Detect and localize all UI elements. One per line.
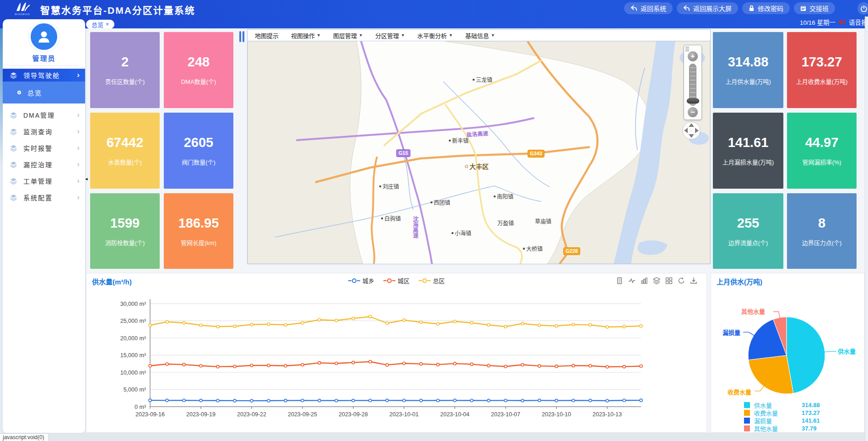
supply-line-chart[interactable]: 0 m³5,000 m³10,000 m³15,000 m³20,000 m³2… <box>86 273 707 433</box>
tab-overview[interactable]: 总览 × <box>86 20 114 29</box>
svg-text:2023-10-01: 2023-10-01 <box>389 411 419 418</box>
sidebar-item-cockpit[interactable]: 领导驾驶舱 › <box>3 69 85 82</box>
map-menu-view[interactable]: 视图操作▼ <box>291 31 321 40</box>
stat-label: 上月收费水量(万吨) <box>796 77 848 86</box>
map-menu-layers[interactable]: 图层管理▼ <box>333 31 363 40</box>
pie-callout-supply: 供水量 <box>838 347 856 355</box>
stat-label: 消防栓数量(个) <box>105 238 145 247</box>
sidebar-item-realtime-alarm[interactable]: 实时报警 › <box>3 141 85 155</box>
date-alarm-row: 10/16 星期一 语音报警 <box>800 17 868 27</box>
sidebar-item-leak-control[interactable]: 漏控治理 › <box>3 158 85 171</box>
map-town-label: 草庙镇 <box>535 217 551 225</box>
pie-legend-row[interactable]: 供水量 314.88 <box>744 402 849 408</box>
header-actions: 返回系统 返回展示大屏 修改密码 <box>624 2 835 14</box>
svg-text:0 m³: 0 m³ <box>135 404 146 410</box>
calendar-icon <box>800 5 806 11</box>
dropdown-arrow-icon: ▼ <box>401 33 405 38</box>
district-marker-icon <box>465 165 468 168</box>
svg-text:15,000 m³: 15,000 m³ <box>120 352 146 359</box>
sidebar-item-label: 漏控治理 <box>23 160 70 169</box>
stat-card-billed: 173.27 上月收费水量(万吨) <box>787 32 857 108</box>
svg-text:2023-09-25: 2023-09-25 <box>288 411 317 418</box>
stat-label: 阀门数量(个) <box>182 158 216 166</box>
avatar[interactable] <box>28 21 59 52</box>
layers-icon <box>10 145 17 152</box>
power-icon <box>861 5 867 12</box>
scrollbar-track[interactable] <box>865 16 868 441</box>
pie-legend-row[interactable]: 收费水量 173.27 <box>744 409 849 416</box>
map-canvas[interactable]: 三龙镇 新丰镇 刘庄镇 西团镇 南阳镇 白驹镇 小海镇 万盈镇 草庙镇 大桥镇 … <box>248 41 710 264</box>
change-password-label: 修改密码 <box>758 4 783 13</box>
svg-text:5,000 m³: 5,000 m³ <box>124 387 146 393</box>
road-badge-g228: G228 <box>563 247 580 255</box>
svg-text:2023-09-28: 2023-09-28 <box>339 411 368 418</box>
stat-label: 水表数量(个) <box>108 158 142 166</box>
town-dot-icon <box>473 79 474 81</box>
map-town-label: 南阳镇 <box>494 192 513 200</box>
svg-text:2023-10-13: 2023-10-13 <box>593 411 622 418</box>
chevron-right-icon: › <box>77 127 81 136</box>
svg-text:2023-09-16: 2023-09-16 <box>135 411 165 418</box>
sidebar-item-system-config[interactable]: 系统配置 › <box>3 191 85 204</box>
stat-label: 责任区数量(个) <box>105 77 145 86</box>
sidebar-item-dma[interactable]: DMA管理 › <box>3 108 85 122</box>
link-status-tooltip: javascript:void(0) <box>0 433 49 441</box>
stat-card-hydrants: 1599 消防栓数量(个) <box>90 193 160 269</box>
tab-close-icon[interactable]: × <box>106 21 109 27</box>
legend-value: 37.79 <box>802 425 817 432</box>
map-menu-balance[interactable]: 水平衡分析▼ <box>417 31 453 40</box>
drag-dots-icon[interactable] <box>685 47 689 51</box>
stat-value: 314.88 <box>728 54 769 70</box>
bottom-strip <box>0 433 868 441</box>
sidebar-item-monitor-query[interactable]: 监测查询 › <box>3 125 85 138</box>
map-toolbar: 地图提示 视图操作▼ 图层管理▼ 分区管理▼ 水平衡分析▼ 基础信息▼ <box>248 30 710 41</box>
chevron-right-icon: › <box>77 143 81 152</box>
speaker-alarm-icon[interactable] <box>838 19 846 26</box>
pie-callout-leak: 漏损量 <box>718 328 740 337</box>
logout-power-button[interactable] <box>857 2 868 15</box>
stat-card-meters: 67442 水表数量(个) <box>90 113 160 189</box>
sidebar-item-label: 工单管理 <box>23 176 70 185</box>
bullet-dot-icon <box>17 91 21 94</box>
pie-legend-row[interactable]: 其他水量 37.79 <box>744 425 849 431</box>
pie-callout-other: 其他水量 <box>736 307 765 316</box>
highway-label-shenhai: 沈海高速 <box>411 216 419 238</box>
map-menu-zones[interactable]: 分区管理▼ <box>375 31 405 40</box>
shift-handover-button[interactable]: 交接班 <box>794 2 835 14</box>
map-pan-control[interactable] <box>682 121 701 140</box>
zoom-out-button[interactable]: − <box>688 107 698 117</box>
dma-dashboard: MIAOMIAO 智慧水务平台-DMA分区计量系统 返回系统 返回展示大屏 <box>0 0 868 441</box>
back-system-button[interactable]: 返回系统 <box>624 2 673 14</box>
pie-legend-row[interactable]: 漏损量 141.61 <box>744 417 849 424</box>
zoom-in-button[interactable]: + <box>688 51 698 61</box>
map-menu-baseinfo[interactable]: 基础信息▼ <box>465 31 495 40</box>
layers-icon <box>10 72 17 79</box>
date-text: 10/16 星期一 <box>800 17 836 27</box>
stat-card-leak-volume: 141.61 上月漏损水量(万吨) <box>713 113 783 189</box>
dropdown-arrow-icon: ▼ <box>359 33 363 38</box>
svg-text:2023-10-07: 2023-10-07 <box>491 411 520 418</box>
change-password-button[interactable]: 修改密码 <box>742 2 790 14</box>
sidebar-item-overview[interactable]: 总览 <box>3 82 85 103</box>
panel-splitter-handle[interactable] <box>239 31 245 42</box>
map-town-label: 三龙镇 <box>473 76 492 83</box>
stat-label: 边界压力点(个) <box>802 238 842 247</box>
map-menu-tips[interactable]: 地图提示 <box>255 31 279 40</box>
sidebar-divider <box>10 65 78 66</box>
sidebar-collapse-handle[interactable]: ◂ <box>85 175 90 182</box>
sidebar-item-work-order[interactable]: 工单管理 › <box>3 174 85 188</box>
layers-icon <box>10 161 17 168</box>
back-bigscreen-button[interactable]: 返回展示大屏 <box>677 2 738 14</box>
chevron-right-icon: › <box>77 193 81 202</box>
lastmonth-pie-panel: 上月供水(万吨) 供水量 收费水量 漏损量 其他水量 供水量 314.88 收费… <box>711 273 865 433</box>
app-logo: MIAOMIAO <box>12 2 33 16</box>
chevron-right-icon: › <box>77 71 81 80</box>
zoom-slider-knob[interactable] <box>687 98 699 103</box>
stat-label: 上月漏损水量(万吨) <box>722 158 774 166</box>
stat-card-valves: 2605 阀门数量(个) <box>164 113 233 189</box>
zoom-slider-track[interactable] <box>689 64 696 106</box>
stat-label: 管网长度(km) <box>181 238 216 247</box>
highway-label-yanluo: 盐洛高速 <box>466 129 488 138</box>
svg-text:10,000 m³: 10,000 m³ <box>120 370 146 376</box>
stat-value: 67442 <box>107 135 144 150</box>
